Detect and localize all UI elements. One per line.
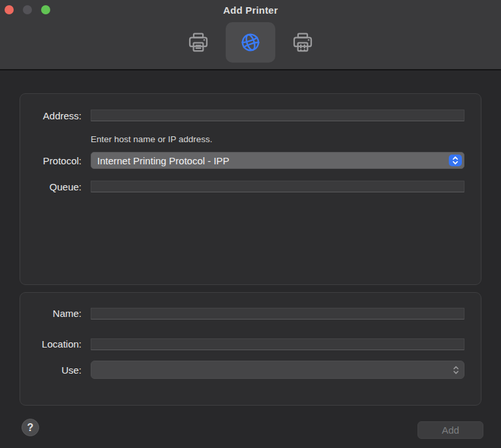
globe-icon [239,31,262,53]
windows-printer-icon [292,31,314,53]
queue-row: Queue: [20,178,481,195]
add-button[interactable]: Add [418,421,483,439]
window-chrome: Add Printer [0,0,501,70]
location-row: Location: [20,336,481,352]
printer-type-toolbar [0,22,501,63]
help-button[interactable]: ? [22,419,39,436]
tab-default-printer[interactable] [174,22,223,63]
connection-groupbox: Address: Enter host name or IP address. … [20,93,481,285]
use-label: Use: [20,365,91,376]
queue-input[interactable] [91,181,464,192]
printer-icon [187,31,209,53]
address-input[interactable] [91,110,464,121]
protocol-row: Protocol: Internet Printing Protocol - I… [20,152,481,169]
question-mark-icon: ? [27,422,34,434]
popup-arrows-icon [449,155,462,166]
tab-ip-printer[interactable] [226,22,275,63]
protocol-selected-value: Internet Printing Protocol - IPP [97,155,230,166]
tab-windows-printer[interactable] [278,22,327,63]
add-printer-window: Add Printer [0,0,501,448]
use-row: Use: [20,361,481,379]
protocol-select[interactable]: Internet Printing Protocol - IPP [91,152,464,169]
protocol-label: Protocol: [20,155,91,166]
address-label: Address: [20,110,91,121]
name-row: Name: [20,305,481,321]
location-label: Location: [20,338,91,350]
name-label: Name: [20,308,91,319]
titlebar: Add Printer [0,0,501,20]
queue-label: Queue: [20,181,91,192]
use-select [91,361,464,379]
popup-arrows-disabled-icon [452,365,460,376]
address-hint: Enter host name or IP address. [91,134,213,144]
identity-groupbox: Name: Location: Use: [20,292,481,406]
name-input[interactable] [91,308,464,320]
address-row: Address: [20,107,481,124]
window-title: Add Printer [0,0,501,20]
address-hint-row: Enter host name or IP address. [20,133,481,145]
location-input[interactable] [91,338,464,350]
